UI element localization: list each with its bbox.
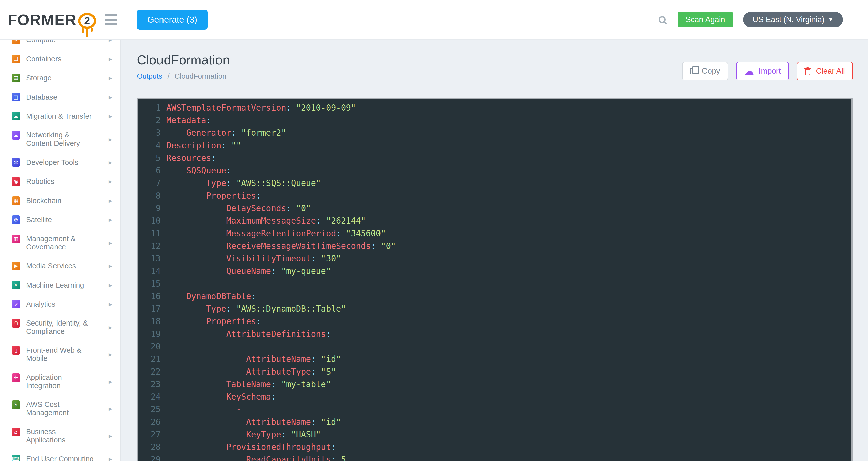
sidebar-item-robotics[interactable]: ◉Robotics▸ [0, 172, 120, 191]
code-line: 22 AttributeType: "S" [138, 365, 851, 378]
code-line-content: Properties: [166, 316, 261, 326]
sidebar-item-analytics[interactable]: ⇗Analytics▸ [0, 295, 120, 314]
chevron-right-icon: ▸ [109, 159, 112, 166]
sidebar-item-label: End User Computing [26, 455, 109, 461]
line-number: 12 [138, 241, 166, 251]
code-line: 7 Type: "AWS::SQS::Queue" [138, 177, 851, 189]
code-line: 27 KeyType: "HASH" [138, 428, 851, 441]
developer-tools-icon: ⚒ [11, 158, 20, 167]
sidebar-item-application-integration[interactable]: ✛Application Integration▸ [0, 368, 120, 395]
sidebar-item-database[interactable]: ◫Database▸ [0, 87, 120, 107]
sidebar-item-label: Management & Governance [26, 234, 109, 251]
sidebar-item-containers[interactable]: ❒Containers▸ [0, 49, 120, 68]
chevron-right-icon: ▸ [109, 40, 112, 44]
line-number: 28 [138, 442, 166, 452]
code-line-content: Generator: "former2" [166, 128, 286, 138]
line-number: 15 [138, 279, 166, 289]
line-number: 29 [138, 455, 166, 461]
generate-button[interactable]: Generate (3) [137, 9, 208, 30]
chevron-right-icon: ▸ [109, 239, 112, 247]
clear-all-button[interactable]: Clear All [797, 62, 853, 81]
code-line: 4Description: "" [138, 139, 851, 151]
blockchain-icon: ▦ [11, 196, 20, 205]
sidebar-item-label: Containers [26, 55, 109, 63]
code-line-content: DelaySeconds: "0" [166, 203, 311, 213]
menu-toggle-icon[interactable] [105, 14, 117, 25]
sidebar-item-compute[interactable]: ⚙Compute▸ [0, 40, 120, 49]
line-number: 22 [138, 367, 166, 377]
line-number: 21 [138, 354, 166, 364]
media-services-icon: ▶ [11, 262, 20, 270]
search-icon[interactable] [658, 16, 665, 23]
sidebar-item-label: Robotics [26, 177, 109, 186]
sidebar-item-label: Business Applications [26, 428, 109, 444]
chevron-right-icon: ▸ [109, 405, 112, 413]
breadcrumb-outputs-link[interactable]: Outputs [137, 72, 162, 80]
code-line: 12 ReceiveMessageWaitTimeSeconds: "0" [138, 239, 851, 252]
containers-icon: ❒ [11, 55, 20, 63]
sidebar-item-machine-learning[interactable]: ✳Machine Learning▸ [0, 276, 120, 295]
sidebar-item-storage[interactable]: ▤Storage▸ [0, 68, 120, 87]
import-label: Import [759, 67, 781, 76]
line-number: 27 [138, 430, 166, 439]
sidebar-item-label: Media Services [26, 262, 109, 270]
sidebar-item-front-end-web-mobile[interactable]: ▯Front-end Web & Mobile▸ [0, 341, 120, 368]
line-number: 6 [138, 166, 166, 175]
chevron-right-icon: ▸ [109, 432, 112, 440]
code-line-content: QueueName: "my-queue" [166, 266, 331, 276]
line-number: 13 [138, 254, 166, 263]
sidebar-item-blockchain[interactable]: ▦Blockchain▸ [0, 191, 120, 210]
analytics-icon: ⇗ [11, 300, 20, 309]
code-editor[interactable]: 1AWSTemplateFormatVersion: "2010-09-09"2… [137, 97, 853, 461]
sidebar-item-satellite[interactable]: ⊚Satellite▸ [0, 210, 120, 229]
former2-logo[interactable]: FORMER 2 [7, 9, 98, 30]
code-line-content: - [166, 342, 241, 351]
cloud-upload-icon: ☁ [744, 66, 754, 76]
business-applications-icon: ⌂ [11, 428, 20, 436]
line-number: 4 [138, 141, 166, 150]
front-end-web-mobile-icon: ▯ [11, 346, 20, 355]
sidebar-item-label: Machine Learning [26, 281, 109, 289]
sidebar-item-developer-tools[interactable]: ⚒Developer Tools▸ [0, 153, 120, 172]
code-line-content: Metadata: [166, 115, 211, 125]
robotics-icon: ◉ [11, 177, 20, 186]
code-line: 3 Generator: "former2" [138, 126, 851, 139]
sidebar-item-management-governance[interactable]: ▥Management & Governance▸ [0, 229, 120, 256]
networking-content-delivery-icon: ☁ [11, 131, 20, 140]
code-line: 14 QueueName: "my-queue" [138, 265, 851, 277]
code-line: 24 KeySchema: [138, 391, 851, 403]
line-number: 26 [138, 417, 166, 427]
chevron-right-icon: ▸ [109, 300, 112, 308]
line-number: 9 [138, 203, 166, 213]
sidebar-item-label: Networking & Content Delivery [26, 131, 109, 148]
code-line: 23 TableName: "my-table" [138, 378, 851, 391]
sidebar-item-business-applications[interactable]: ⌂Business Applications▸ [0, 422, 120, 450]
satellite-icon: ⊚ [11, 215, 20, 224]
code-line-content: AttributeName: "id" [166, 417, 341, 427]
chevron-right-icon: ▸ [109, 197, 112, 205]
code-line-content: MaximumMessageSize: "262144" [166, 216, 366, 226]
sidebar-item-security-identity-compliance[interactable]: ☖Security, Identity, & Compliance▸ [0, 314, 120, 341]
line-number: 18 [138, 316, 166, 326]
code-line: 28 ProvisionedThroughput: [138, 441, 851, 453]
code-line-content: MessageRetentionPeriod: "345600" [166, 229, 386, 238]
sidebar-item-label: Satellite [26, 216, 109, 224]
scan-again-button[interactable]: Scan Again [678, 12, 733, 27]
copy-icon [690, 68, 695, 75]
sidebar-item-networking-content-delivery[interactable]: ☁Networking & Content Delivery▸ [0, 126, 120, 153]
sidebar-item-end-user-computing[interactable]: ⌨End User Computing▸ [0, 450, 120, 461]
copy-button[interactable]: Copy [682, 62, 728, 81]
sidebar-item-label: Migration & Transfer [26, 112, 109, 120]
region-dropdown[interactable]: US East (N. Virginia) ▼ [743, 12, 843, 27]
code-line-content: SQSQueue: [166, 166, 231, 175]
line-number: 24 [138, 392, 166, 402]
sidebar-item-label: Analytics [26, 300, 109, 309]
sidebar-item-migration-transfer[interactable]: ☁Migration & Transfer▸ [0, 107, 120, 126]
code-line: 1AWSTemplateFormatVersion: "2010-09-09" [138, 101, 851, 114]
sidebar-item-label: Application Integration [26, 373, 109, 390]
sidebar-item-media-services[interactable]: ▶Media Services▸ [0, 256, 120, 276]
import-button[interactable]: ☁ Import [736, 62, 789, 81]
sidebar-item-aws-cost-management[interactable]: $AWS Cost Management▸ [0, 395, 120, 422]
region-label: US East (N. Virginia) [753, 15, 824, 24]
code-line: 10 MaximumMessageSize: "262144" [138, 214, 851, 227]
